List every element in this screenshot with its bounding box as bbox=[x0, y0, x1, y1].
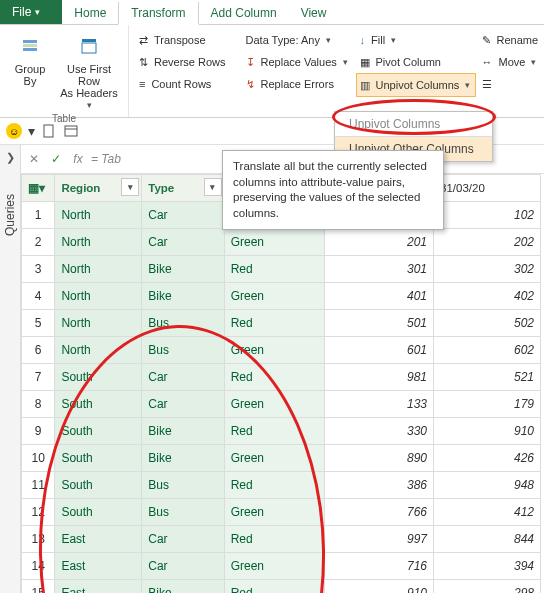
cell-colour[interactable]: Red bbox=[224, 310, 324, 337]
cell-d2[interactable]: 412 bbox=[434, 499, 541, 526]
cell-type[interactable]: Car bbox=[142, 202, 224, 229]
cell-type[interactable]: Bus bbox=[142, 472, 224, 499]
delete-step-icon[interactable]: ✕ bbox=[25, 152, 43, 166]
row-number[interactable]: 5 bbox=[22, 310, 55, 337]
accept-step-icon[interactable]: ✓ bbox=[47, 152, 65, 166]
rename-button[interactable]: ✎ Rename bbox=[478, 29, 544, 51]
table-row[interactable]: 9SouthBikeRed330910 bbox=[22, 418, 541, 445]
table-row[interactable]: 13EastCarRed997844 bbox=[22, 526, 541, 553]
cell-region[interactable]: North bbox=[55, 229, 142, 256]
pivot-column-button[interactable]: ▦ Pivot Column bbox=[356, 51, 476, 73]
table-row[interactable]: 2NorthCarGreen201202 bbox=[22, 229, 541, 256]
cell-d1[interactable]: 997 bbox=[324, 526, 433, 553]
cell-colour[interactable]: Green bbox=[224, 499, 324, 526]
cell-d2[interactable]: 426 bbox=[434, 445, 541, 472]
cell-d1[interactable]: 890 bbox=[324, 445, 433, 472]
row-number[interactable]: 3 bbox=[22, 256, 55, 283]
cell-region[interactable]: East bbox=[55, 580, 142, 594]
table-row[interactable]: 5NorthBusRed501502 bbox=[22, 310, 541, 337]
cell-type[interactable]: Bike bbox=[142, 445, 224, 472]
cell-d2[interactable]: 844 bbox=[434, 526, 541, 553]
row-number[interactable]: 1 bbox=[22, 202, 55, 229]
unpivot-columns-button[interactable]: ▥ Unpivot Columns bbox=[356, 73, 476, 97]
row-number[interactable]: 14 bbox=[22, 553, 55, 580]
convert-list-button[interactable]: ☰ bbox=[478, 73, 544, 95]
cell-colour[interactable]: Green bbox=[224, 445, 324, 472]
reverse-rows-button[interactable]: ⇅ Reverse Rows bbox=[135, 51, 230, 73]
cell-d2[interactable]: 948 bbox=[434, 472, 541, 499]
col-header-type[interactable]: Type▾ bbox=[142, 175, 224, 202]
cell-type[interactable]: Car bbox=[142, 229, 224, 256]
cell-type[interactable]: Car bbox=[142, 553, 224, 580]
cell-d2[interactable]: 302 bbox=[434, 256, 541, 283]
row-number[interactable]: 9 bbox=[22, 418, 55, 445]
cell-region[interactable]: North bbox=[55, 310, 142, 337]
cell-d1[interactable]: 386 bbox=[324, 472, 433, 499]
table-row[interactable]: 3NorthBikeRed301302 bbox=[22, 256, 541, 283]
cell-region[interactable]: South bbox=[55, 499, 142, 526]
cell-region[interactable]: South bbox=[55, 445, 142, 472]
cell-type[interactable]: Bike bbox=[142, 283, 224, 310]
cell-colour[interactable]: Red bbox=[224, 364, 324, 391]
cell-colour[interactable]: Red bbox=[224, 418, 324, 445]
cell-d1[interactable]: 401 bbox=[324, 283, 433, 310]
cell-type[interactable]: Bus bbox=[142, 337, 224, 364]
col-header-date2[interactable]: 31/03/20 bbox=[434, 175, 541, 202]
fx-icon[interactable]: fx bbox=[69, 152, 87, 166]
cell-region[interactable]: East bbox=[55, 526, 142, 553]
cell-region[interactable]: South bbox=[55, 364, 142, 391]
row-number[interactable]: 10 bbox=[22, 445, 55, 472]
cell-d2[interactable]: 402 bbox=[434, 283, 541, 310]
row-number[interactable]: 4 bbox=[22, 283, 55, 310]
cell-colour[interactable]: Red bbox=[224, 526, 324, 553]
cell-d1[interactable]: 301 bbox=[324, 256, 433, 283]
cell-region[interactable]: North bbox=[55, 337, 142, 364]
replace-errors-button[interactable]: ↯ Replace Errors bbox=[242, 73, 354, 95]
data-grid[interactable]: ▦▾ Region▾ Type▾ Colour▾ 1/2015▾ 31/03/2… bbox=[21, 174, 541, 593]
cell-d2[interactable]: 521 bbox=[434, 364, 541, 391]
row-number[interactable]: 15 bbox=[22, 580, 55, 594]
cell-d2[interactable]: 102 bbox=[434, 202, 541, 229]
cell-d1[interactable]: 716 bbox=[324, 553, 433, 580]
cell-colour[interactable]: Red bbox=[224, 472, 324, 499]
table-row[interactable]: 11SouthBusRed386948 bbox=[22, 472, 541, 499]
smiley-icon[interactable]: ☺ bbox=[6, 123, 22, 139]
cell-type[interactable]: Bus bbox=[142, 499, 224, 526]
cell-type[interactable]: Car bbox=[142, 391, 224, 418]
cell-d1[interactable]: 133 bbox=[324, 391, 433, 418]
filter-icon[interactable]: ▾ bbox=[204, 178, 222, 196]
group-by-button[interactable]: Group By bbox=[6, 29, 54, 111]
cell-d2[interactable]: 910 bbox=[434, 418, 541, 445]
transpose-button[interactable]: ⇄ Transpose bbox=[135, 29, 230, 51]
cell-region[interactable]: North bbox=[55, 202, 142, 229]
table-row[interactable]: 8SouthCarGreen133179 bbox=[22, 391, 541, 418]
replace-values-button[interactable]: ↧ Replace Values bbox=[242, 51, 354, 73]
col-header-region[interactable]: Region▾ bbox=[55, 175, 142, 202]
row-number[interactable]: 13 bbox=[22, 526, 55, 553]
row-number[interactable]: 8 bbox=[22, 391, 55, 418]
cell-type[interactable]: Bus bbox=[142, 310, 224, 337]
cell-colour[interactable]: Green bbox=[224, 337, 324, 364]
cell-d1[interactable]: 201 bbox=[324, 229, 433, 256]
table-row[interactable]: 14EastCarGreen716394 bbox=[22, 553, 541, 580]
cell-type[interactable]: Bike bbox=[142, 418, 224, 445]
cell-type[interactable]: Bike bbox=[142, 256, 224, 283]
cell-colour[interactable]: Green bbox=[224, 229, 324, 256]
cell-d1[interactable]: 766 bbox=[324, 499, 433, 526]
tab-view[interactable]: View bbox=[289, 0, 339, 24]
tab-transform[interactable]: Transform bbox=[118, 1, 198, 25]
cell-colour[interactable]: Red bbox=[224, 580, 324, 594]
expand-icon[interactable]: ❯ bbox=[6, 151, 15, 164]
row-number[interactable]: 2 bbox=[22, 229, 55, 256]
cell-colour[interactable]: Red bbox=[224, 256, 324, 283]
use-first-row-button[interactable]: Use First Row As Headers bbox=[56, 29, 122, 111]
data-type-button[interactable]: Data Type: Any bbox=[242, 29, 354, 51]
fill-button[interactable]: ↓ Fill bbox=[356, 29, 476, 51]
cell-d1[interactable]: 501 bbox=[324, 310, 433, 337]
qa-dropdown-icon[interactable]: ▾ bbox=[28, 123, 35, 139]
cell-region[interactable]: South bbox=[55, 391, 142, 418]
cell-d1[interactable]: 601 bbox=[324, 337, 433, 364]
cell-colour[interactable]: Green bbox=[224, 283, 324, 310]
table-row[interactable]: 10SouthBikeGreen890426 bbox=[22, 445, 541, 472]
table-row[interactable]: 12SouthBusGreen766412 bbox=[22, 499, 541, 526]
